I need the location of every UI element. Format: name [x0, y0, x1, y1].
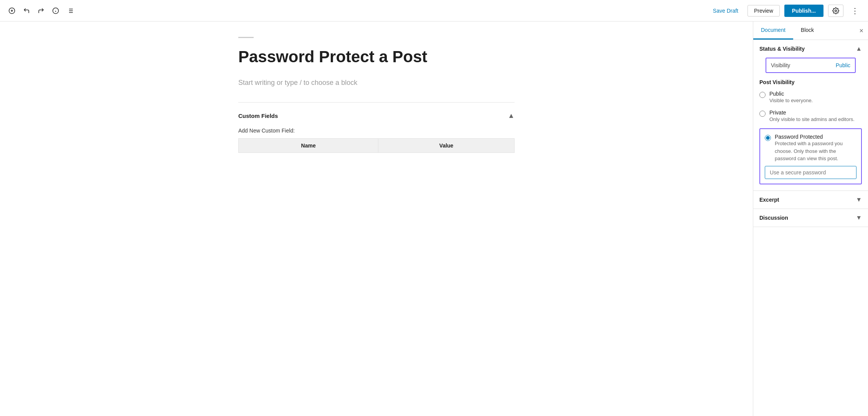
post-placeholder[interactable]: Start writing or type / to choose a bloc…	[238, 79, 515, 87]
discussion-toggle-icon: ▼	[856, 214, 862, 221]
main-layout: Password Protect a Post Start writing or…	[0, 22, 868, 416]
publish-button[interactable]: Publish...	[784, 5, 823, 17]
status-visibility-section: Status & Visibility ▲ Visibility Public …	[753, 40, 868, 191]
toolbar-left	[6, 5, 708, 17]
radio-public-desc: Visible to everyone.	[769, 98, 813, 103]
svg-point-12	[835, 10, 837, 12]
redo-button[interactable]	[35, 5, 47, 17]
radio-public-label[interactable]: Public	[769, 91, 813, 97]
radio-password-label[interactable]: Password Protected	[775, 134, 856, 140]
tab-block[interactable]: Block	[793, 22, 822, 40]
settings-button[interactable]	[828, 5, 843, 17]
toolbar: Save Draft Preview Publish... ⋮	[0, 0, 868, 22]
radio-option-private: Private Only visible to site admins and …	[759, 109, 862, 123]
password-input[interactable]	[765, 166, 856, 179]
status-visibility-title: Status & Visibility	[759, 46, 805, 52]
sidebar-close-button[interactable]: ×	[859, 27, 863, 35]
excerpt-section: Excerpt ▼	[753, 191, 868, 209]
status-visibility-header[interactable]: Status & Visibility ▲	[753, 40, 868, 58]
password-protected-header: Password Protected Protected with a pass…	[765, 134, 856, 162]
radio-password[interactable]	[765, 135, 771, 141]
toolbar-right: Save Draft Preview Publish... ⋮	[708, 5, 862, 17]
editor-content: Password Protect a Post Start writing or…	[215, 37, 538, 153]
custom-fields-title: Custom Fields	[238, 113, 278, 119]
title-decoration	[238, 37, 254, 38]
post-visibility-title: Post Visibility	[759, 79, 862, 85]
sidebar: Document Block × Status & Visibility ▲ V…	[753, 22, 868, 416]
radio-public-text: Public Visible to everyone.	[769, 91, 813, 104]
list-view-button[interactable]	[64, 5, 76, 17]
visibility-value[interactable]: Public	[836, 62, 850, 68]
password-input-wrapper	[765, 166, 856, 179]
info-button[interactable]	[50, 5, 61, 17]
radio-public[interactable]	[759, 92, 766, 98]
radio-private-text: Private Only visible to site admins and …	[769, 109, 855, 123]
custom-fields-section: Custom Fields ▲ Add New Custom Field: Na…	[238, 102, 515, 153]
discussion-header[interactable]: Discussion ▼	[753, 209, 868, 227]
radio-private[interactable]	[759, 111, 766, 117]
col-name-header: Name	[239, 139, 378, 153]
excerpt-header[interactable]: Excerpt ▼	[753, 191, 868, 209]
discussion-section: Discussion ▼	[753, 209, 868, 227]
add-field-label: Add New Custom Field:	[238, 128, 515, 134]
preview-button[interactable]: Preview	[748, 5, 780, 17]
radio-password-text: Password Protected Protected with a pass…	[775, 134, 856, 162]
editor-area[interactable]: Password Protect a Post Start writing or…	[0, 22, 753, 416]
custom-fields-body: Add New Custom Field: Name Value	[238, 123, 515, 153]
save-draft-button[interactable]: Save Draft	[708, 5, 743, 16]
excerpt-title: Excerpt	[759, 197, 779, 203]
excerpt-toggle-icon: ▼	[856, 196, 862, 203]
add-block-button[interactable]	[6, 5, 18, 17]
col-value-header: Value	[378, 139, 515, 153]
custom-fields-toggle-icon: ▲	[508, 112, 515, 120]
status-visibility-toggle-icon: ▲	[856, 45, 862, 52]
visibility-label: Visibility	[771, 62, 790, 68]
radio-private-desc: Only visible to site admins and editors.	[769, 116, 855, 122]
undo-button[interactable]	[21, 5, 32, 17]
discussion-title: Discussion	[759, 215, 788, 221]
password-protected-box: Password Protected Protected with a pass…	[759, 128, 862, 184]
radio-password-desc: Protected with a password you choose. On…	[775, 141, 843, 161]
post-visibility-panel: Post Visibility Public Visible to everyo…	[753, 73, 868, 191]
sidebar-header: Document Block ×	[753, 22, 868, 40]
tab-document[interactable]: Document	[753, 22, 793, 40]
radio-private-label[interactable]: Private	[769, 109, 855, 116]
custom-fields-header[interactable]: Custom Fields ▲	[238, 109, 515, 123]
radio-option-public: Public Visible to everyone.	[759, 91, 862, 104]
post-title[interactable]: Password Protect a Post	[238, 47, 515, 66]
visibility-row[interactable]: Visibility Public	[766, 58, 856, 73]
more-options-button[interactable]: ⋮	[848, 5, 862, 17]
custom-fields-table: Name Value	[238, 138, 515, 153]
